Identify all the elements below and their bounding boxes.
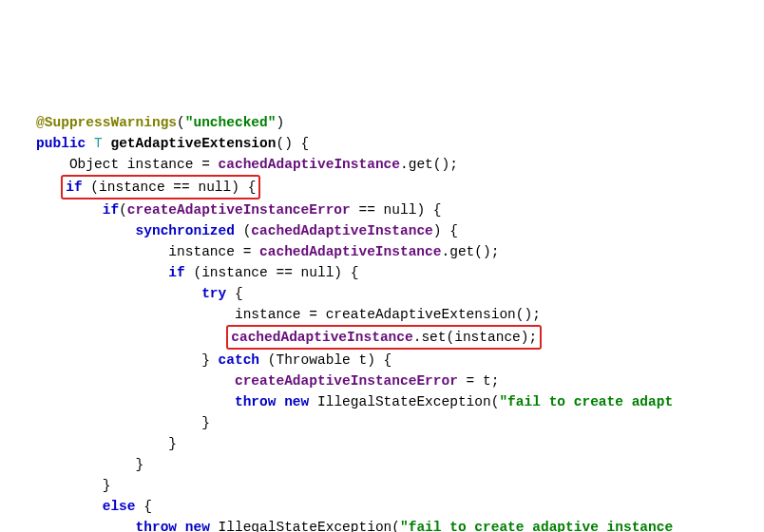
field-cachedAdaptiveInstance: cachedAdaptiveInstance xyxy=(231,330,412,345)
text: instance = xyxy=(119,157,218,172)
kw-public: public xyxy=(36,136,86,151)
text: (instance == null) { xyxy=(83,180,257,195)
brace-close: } xyxy=(201,352,210,368)
highlight-box-set: cachedAdaptiveInstance.set(instance); xyxy=(226,325,542,350)
field-createAdaptiveInstanceError: createAdaptiveInstanceError xyxy=(127,202,351,218)
paren-open: ( xyxy=(119,202,127,218)
method-name: getAdaptiveExtension xyxy=(110,136,276,151)
brace-open: { xyxy=(226,286,242,301)
text: .set(instance); xyxy=(413,330,538,345)
field-cachedAdaptiveInstance: cachedAdaptiveInstance xyxy=(219,157,400,172)
type-T: T xyxy=(94,136,103,151)
field-createAdaptiveInstanceError: createAdaptiveInstanceError xyxy=(235,373,458,389)
brace-close: } xyxy=(103,478,111,493)
text: ( xyxy=(235,223,251,238)
kw-catch: catch xyxy=(210,352,259,368)
string-literal: "fail to create adaptive instance xyxy=(400,520,673,532)
text: instance = xyxy=(168,244,259,259)
text: .get(); xyxy=(441,244,499,259)
kw-throw-new: throw new xyxy=(235,394,309,409)
brace-close: } xyxy=(136,457,144,472)
kw-if: if xyxy=(168,265,184,280)
kw-try: try xyxy=(201,286,226,301)
highlight-box-if-null: if (instance == null) { xyxy=(61,175,260,200)
annotation-at: @ xyxy=(36,115,45,130)
brace-close: } xyxy=(168,436,177,451)
text: IllegalStateException( xyxy=(210,520,400,532)
brace-close: } xyxy=(201,415,210,430)
field-cachedAdaptiveInstance: cachedAdaptiveInstance xyxy=(259,244,441,259)
parens: () xyxy=(276,136,292,151)
kw-synchronized: synchronized xyxy=(136,223,235,238)
code-block: @SuppressWarnings("unchecked") public T … xyxy=(11,91,753,532)
text: .get(); xyxy=(400,157,458,172)
annotation-string: "unchecked" xyxy=(185,115,277,130)
text: = t; xyxy=(458,373,500,389)
kw-if: if xyxy=(66,180,82,195)
paren-close: ) xyxy=(276,115,284,130)
paren-open: ( xyxy=(177,115,185,130)
field-cachedAdaptiveInstance: cachedAdaptiveInstance xyxy=(251,223,432,238)
annotation-name: SuppressWarnings xyxy=(45,115,177,130)
text: instance = createAdaptiveExtension(); xyxy=(235,307,541,322)
kw-else: else xyxy=(103,499,136,514)
brace-open: { xyxy=(293,136,309,151)
kw-object: Object xyxy=(69,157,119,172)
string-literal: "fail to create adapt xyxy=(499,394,673,409)
text: IllegalStateException( xyxy=(309,394,499,409)
kw-throw-new: throw new xyxy=(136,520,210,532)
brace-open: { xyxy=(136,499,152,514)
text: (Throwable t) { xyxy=(259,352,392,368)
text: == null) { xyxy=(351,202,442,218)
kw-if: if xyxy=(103,202,119,218)
text: ) { xyxy=(433,223,458,238)
text: (instance == null) { xyxy=(185,265,359,280)
